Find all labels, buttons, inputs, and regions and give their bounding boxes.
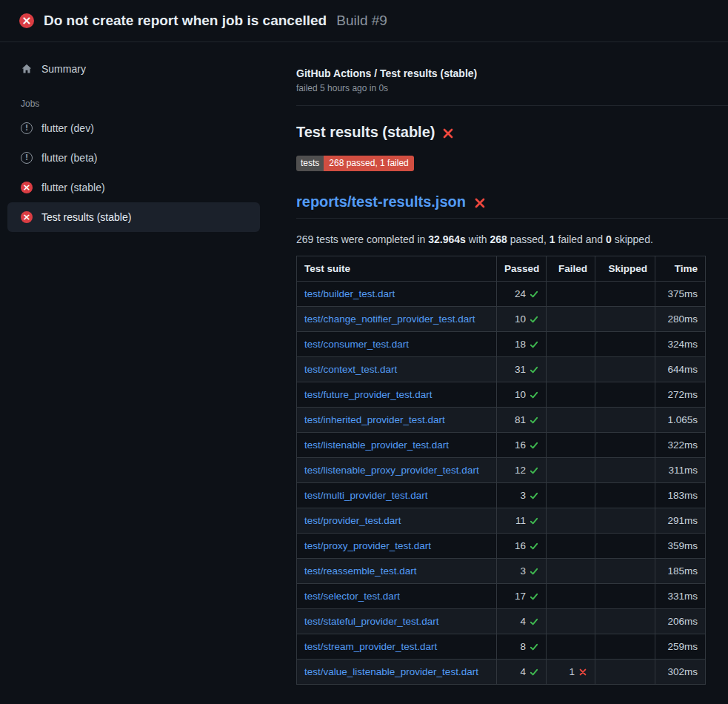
suite-link[interactable]: test/reassemble_test.dart xyxy=(304,565,417,577)
breadcrumb[interactable]: GitHub Actions / Test results (stable) xyxy=(296,67,728,79)
passed-cell: 10 xyxy=(497,382,547,408)
table-row: test/proxy_provider_test.dart 16 359ms xyxy=(297,534,706,559)
passed-cell: 17 xyxy=(497,584,547,609)
time-cell: 185ms xyxy=(655,559,706,584)
table-row: test/listenable_proxy_provider_test.dart… xyxy=(297,458,706,483)
section-title-text: Test results (stable) xyxy=(296,124,435,141)
job-status-icon xyxy=(21,182,33,193)
table-row: test/context_test.dart 31 644ms xyxy=(297,357,706,382)
home-icon xyxy=(21,63,33,75)
suite-link[interactable]: test/stream_provider_test.dart xyxy=(304,641,437,652)
table-row: test/builder_test.dart 24 375ms xyxy=(297,282,706,307)
suite-link[interactable]: test/stateful_provider_test.dart xyxy=(304,616,439,627)
failed-x-icon xyxy=(474,197,486,209)
check-icon xyxy=(530,391,538,399)
table-row: test/consumer_test.dart 18 324ms xyxy=(297,332,706,357)
skipped-cell xyxy=(595,408,655,433)
summary-text: passed, xyxy=(507,233,550,245)
skipped-cell xyxy=(595,433,655,458)
time-cell: 322ms xyxy=(655,433,706,458)
passed-count: 11 xyxy=(515,515,526,526)
failed-cell xyxy=(547,508,595,534)
suite-link[interactable]: test/value_listenable_provider_test.dart xyxy=(304,666,478,677)
failed-cell xyxy=(547,332,595,357)
suite-link[interactable]: test/provider_test.dart xyxy=(304,515,401,526)
run-title: Do not create report when job is cancell… xyxy=(44,13,327,29)
job-label: flutter (dev) xyxy=(41,122,94,134)
time-cell: 183ms xyxy=(655,483,706,508)
sidebar-job-item[interactable]: Test results (stable) xyxy=(7,202,260,232)
suite-link[interactable]: test/inherited_provider_test.dart xyxy=(304,414,445,425)
sidebar-job-item[interactable]: flutter (dev) xyxy=(7,113,260,143)
tests-badge: tests 268 passed, 1 failed xyxy=(296,156,414,171)
sidebar-item-summary[interactable]: Summary xyxy=(7,54,260,84)
table-row: test/inherited_provider_test.dart 81 1.0… xyxy=(297,408,706,433)
table-row: test/multi_provider_test.dart 3 183ms xyxy=(297,483,706,508)
table-row: test/provider_test.dart 11 291ms xyxy=(297,508,706,534)
skipped-cell xyxy=(595,534,655,559)
check-icon xyxy=(530,315,538,324)
time-cell: 1.065s xyxy=(655,408,706,433)
skipped-cell xyxy=(595,332,655,357)
table-row: test/selector_test.dart 17 331ms xyxy=(297,584,706,609)
failed-cell xyxy=(547,282,595,307)
passed-count: 10 xyxy=(515,389,526,400)
table-header-row: Test suite Passed Failed Skipped Time xyxy=(297,256,706,282)
passed-cell: 3 xyxy=(497,559,547,584)
col-passed: Passed xyxy=(497,256,547,282)
table-row: test/change_notifier_provider_test.dart … xyxy=(297,307,706,332)
passed-count: 24 xyxy=(515,288,526,299)
skipped-cell xyxy=(595,634,655,660)
skipped-cell xyxy=(595,559,655,584)
check-icon xyxy=(530,668,538,677)
time-cell: 324ms xyxy=(655,332,706,357)
summary-line: 269 tests were completed in 32.964s with… xyxy=(296,233,728,245)
check-icon xyxy=(530,491,538,500)
suite-link[interactable]: test/context_test.dart xyxy=(304,364,397,375)
sidebar-job-item[interactable]: flutter (stable) xyxy=(7,173,260,202)
jobs-heading: Jobs xyxy=(21,99,296,109)
passed-count: 10 xyxy=(515,313,526,325)
skipped-cell xyxy=(595,660,655,685)
job-label: flutter (stable) xyxy=(41,182,105,193)
failed-cell xyxy=(547,483,595,508)
failed-cell xyxy=(547,609,595,634)
failed-cell xyxy=(547,584,595,609)
skipped-cell xyxy=(595,282,655,307)
suite-link[interactable]: test/proxy_provider_test.dart xyxy=(304,540,431,551)
skipped-cell xyxy=(595,584,655,609)
job-status-icon xyxy=(21,211,33,223)
time-cell: 259ms xyxy=(655,634,706,660)
summary-skipped-count: 0 xyxy=(606,233,612,245)
skipped-cell xyxy=(595,508,655,534)
x-icon xyxy=(578,668,587,677)
passed-count: 16 xyxy=(515,540,526,551)
failed-cell xyxy=(547,307,595,332)
passed-cell: 16 xyxy=(497,534,547,559)
suite-link[interactable]: test/builder_test.dart xyxy=(304,288,395,299)
table-row: test/future_provider_test.dart 10 272ms xyxy=(297,382,706,408)
time-cell: 644ms xyxy=(655,357,706,382)
suite-link[interactable]: test/listenable_proxy_provider_test.dart xyxy=(304,465,479,476)
time-cell: 272ms xyxy=(655,382,706,408)
passed-cell: 31 xyxy=(497,357,547,382)
sidebar-job-item[interactable]: flutter (beta) xyxy=(7,143,260,173)
suite-link[interactable]: test/consumer_test.dart xyxy=(304,339,409,350)
check-icon xyxy=(530,416,538,425)
badge-label: tests xyxy=(296,156,324,171)
check-icon xyxy=(530,290,538,299)
time-cell: 311ms xyxy=(655,458,706,483)
suite-link[interactable]: test/selector_test.dart xyxy=(304,591,400,602)
failed-cell xyxy=(547,357,595,382)
failed-cell xyxy=(547,534,595,559)
failed-cell xyxy=(547,382,595,408)
passed-count: 4 xyxy=(520,666,526,677)
report-link[interactable]: reports/test-results.json xyxy=(296,193,466,210)
suite-link[interactable]: test/multi_provider_test.dart xyxy=(304,490,428,501)
suite-link[interactable]: test/future_provider_test.dart xyxy=(304,389,433,400)
passed-cell: 18 xyxy=(497,332,547,357)
table-row: test/stateful_provider_test.dart 4 206ms xyxy=(297,609,706,634)
suite-link[interactable]: test/listenable_provider_test.dart xyxy=(304,439,449,451)
suite-link[interactable]: test/change_notifier_provider_test.dart xyxy=(304,313,475,325)
passed-cell: 16 xyxy=(497,433,547,458)
